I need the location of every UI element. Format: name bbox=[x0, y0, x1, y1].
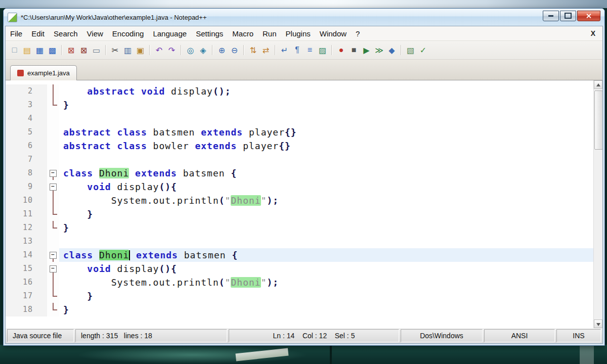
line-number[interactable]: 15 bbox=[6, 262, 37, 276]
vertical-scrollbar[interactable] bbox=[593, 80, 602, 328]
menu-item-search[interactable]: Search bbox=[49, 28, 82, 39]
bookmark-margin[interactable] bbox=[37, 84, 47, 98]
save-icon[interactable]: ▦ bbox=[34, 44, 46, 56]
code-line[interactable]: 6abstract class bowler extends player{} bbox=[6, 139, 594, 153]
replace-icon[interactable]: ◈ bbox=[197, 44, 209, 56]
scroll-up-button[interactable] bbox=[594, 80, 602, 89]
title-bar[interactable]: *C:\Users\arun\My Work\Java\other\exampl… bbox=[4, 9, 604, 26]
bookmark-margin[interactable] bbox=[37, 153, 47, 166]
menu-close-document-button[interactable]: X bbox=[584, 29, 602, 37]
copy-icon[interactable]: ▥ bbox=[122, 44, 134, 56]
undo-icon[interactable]: ↶ bbox=[153, 44, 165, 56]
code-line[interactable]: 10 System.out.println("Dhoni"); bbox=[6, 194, 594, 207]
bookmark-margin[interactable] bbox=[37, 125, 47, 139]
line-number[interactable]: 2 bbox=[6, 84, 37, 98]
bookmark-margin[interactable] bbox=[37, 276, 47, 289]
bookmark-margin[interactable] bbox=[37, 221, 47, 235]
bookmark-margin[interactable] bbox=[37, 207, 47, 221]
line-number[interactable]: 16 bbox=[6, 276, 37, 289]
code-line[interactable]: 14−class Dhoni extends batsmen { bbox=[6, 248, 594, 262]
line-number[interactable]: 18 bbox=[6, 303, 37, 316]
zoom-out-icon[interactable]: ⊖ bbox=[229, 44, 240, 56]
bookmark-margin[interactable] bbox=[37, 166, 47, 180]
line-number[interactable]: 5 bbox=[6, 125, 37, 139]
bookmark-margin[interactable] bbox=[37, 139, 47, 153]
show-all-characters-icon[interactable]: ¶ bbox=[291, 44, 303, 56]
tab-example1-java[interactable]: example1.java bbox=[10, 65, 77, 80]
code-line[interactable]: 7 bbox=[6, 153, 594, 166]
menu-item-settings[interactable]: Settings bbox=[191, 28, 228, 39]
menu-item-encoding[interactable]: Encoding bbox=[108, 28, 149, 39]
fold-minus-icon[interactable]: − bbox=[50, 184, 57, 191]
fold-collapse-button[interactable]: − bbox=[47, 262, 59, 276]
maximize-button[interactable] bbox=[560, 11, 576, 21]
find-icon[interactable]: ◎ bbox=[185, 44, 196, 56]
code-line[interactable]: 13 bbox=[6, 235, 594, 248]
menu-item-edit[interactable]: Edit bbox=[27, 28, 49, 39]
spell-check-icon[interactable]: ✓ bbox=[417, 44, 429, 56]
line-number[interactable]: 8 bbox=[6, 166, 37, 180]
line-number[interactable]: 3 bbox=[6, 98, 37, 112]
line-number[interactable]: 14 bbox=[6, 248, 37, 262]
line-number[interactable]: 17 bbox=[6, 289, 37, 303]
code-line[interactable]: 4 bbox=[6, 112, 594, 125]
menu-item-run[interactable]: Run bbox=[258, 28, 281, 39]
print-icon[interactable]: ▭ bbox=[91, 44, 102, 56]
code-line[interactable]: 8−class Dhoni extends batsmen { bbox=[6, 166, 594, 180]
bookmark-margin[interactable] bbox=[37, 262, 47, 276]
fold-collapse-button[interactable]: − bbox=[47, 166, 59, 180]
menu-item-help[interactable]: ? bbox=[351, 28, 364, 39]
line-number[interactable]: 11 bbox=[6, 207, 37, 221]
indent-guide-icon[interactable]: ≡ bbox=[304, 44, 316, 56]
redo-icon[interactable]: ↷ bbox=[166, 44, 178, 56]
line-number[interactable]: 9 bbox=[6, 180, 37, 194]
menu-item-view[interactable]: View bbox=[82, 28, 108, 39]
document-map-icon[interactable]: ▧ bbox=[405, 44, 416, 56]
bookmark-margin[interactable] bbox=[37, 194, 47, 207]
save-all-icon[interactable]: ▩ bbox=[47, 44, 58, 56]
bookmark-margin[interactable] bbox=[37, 289, 47, 303]
fold-minus-icon[interactable]: − bbox=[50, 252, 57, 259]
macro-run-multiple-icon[interactable]: ≫ bbox=[373, 44, 385, 56]
bookmark-margin[interactable] bbox=[37, 235, 47, 248]
fold-collapse-button[interactable]: − bbox=[47, 180, 59, 194]
menu-item-window[interactable]: Window bbox=[315, 28, 351, 39]
menu-item-language[interactable]: Language bbox=[148, 28, 191, 39]
status-eol-format[interactable]: Dos\Windows bbox=[401, 329, 483, 342]
close-button[interactable] bbox=[577, 11, 600, 21]
code-line[interactable]: 15− void display(){ bbox=[6, 262, 594, 276]
macro-stop-icon[interactable]: ■ bbox=[348, 44, 360, 56]
fold-collapse-button[interactable]: − bbox=[47, 248, 59, 262]
bookmark-margin[interactable] bbox=[37, 248, 47, 262]
menu-item-macro[interactable]: Macro bbox=[228, 28, 258, 39]
macro-save-icon[interactable]: ◆ bbox=[386, 44, 398, 56]
editor[interactable]: 2 abstract void display();3}45abstract c… bbox=[6, 80, 602, 328]
code-line[interactable]: 18} bbox=[6, 303, 594, 316]
sync-horizontal-scrolling-icon[interactable]: ⇄ bbox=[260, 44, 272, 56]
code-line[interactable]: 5abstract class batsmen extends player{} bbox=[6, 125, 594, 139]
code-line[interactable]: 17 } bbox=[6, 289, 594, 303]
close-all-documents-icon[interactable]: ⊠ bbox=[78, 44, 90, 56]
code-line[interactable]: 2 abstract void display(); bbox=[6, 84, 594, 98]
line-number[interactable]: 6 bbox=[6, 139, 37, 153]
bookmark-margin[interactable] bbox=[37, 180, 47, 194]
line-number[interactable]: 7 bbox=[6, 153, 37, 166]
zoom-in-icon[interactable]: ⊕ bbox=[216, 44, 228, 56]
line-number[interactable]: 13 bbox=[6, 235, 37, 248]
bookmark-margin[interactable] bbox=[37, 303, 47, 316]
status-encoding[interactable]: ANSI bbox=[484, 329, 555, 342]
open-folder-icon[interactable]: ▤ bbox=[21, 44, 33, 56]
line-number[interactable]: 12 bbox=[6, 221, 37, 235]
user-define-dialog-icon[interactable]: ▨ bbox=[317, 44, 328, 56]
cut-icon[interactable]: ✂ bbox=[109, 44, 121, 56]
line-number[interactable]: 10 bbox=[6, 194, 37, 207]
new-file-icon[interactable]: □ bbox=[9, 44, 20, 56]
macro-record-icon[interactable]: ● bbox=[335, 44, 347, 56]
code-line[interactable]: 16 System.out.println("Dhoni"); bbox=[6, 276, 594, 289]
scrollbar-thumb[interactable] bbox=[594, 90, 602, 150]
menu-item-plugins[interactable]: Plugins bbox=[281, 28, 315, 39]
code-line[interactable]: 9− void display(){ bbox=[6, 180, 594, 194]
minimize-button[interactable] bbox=[543, 11, 559, 21]
bookmark-margin[interactable] bbox=[37, 98, 47, 112]
paste-icon[interactable]: ▣ bbox=[135, 44, 146, 56]
